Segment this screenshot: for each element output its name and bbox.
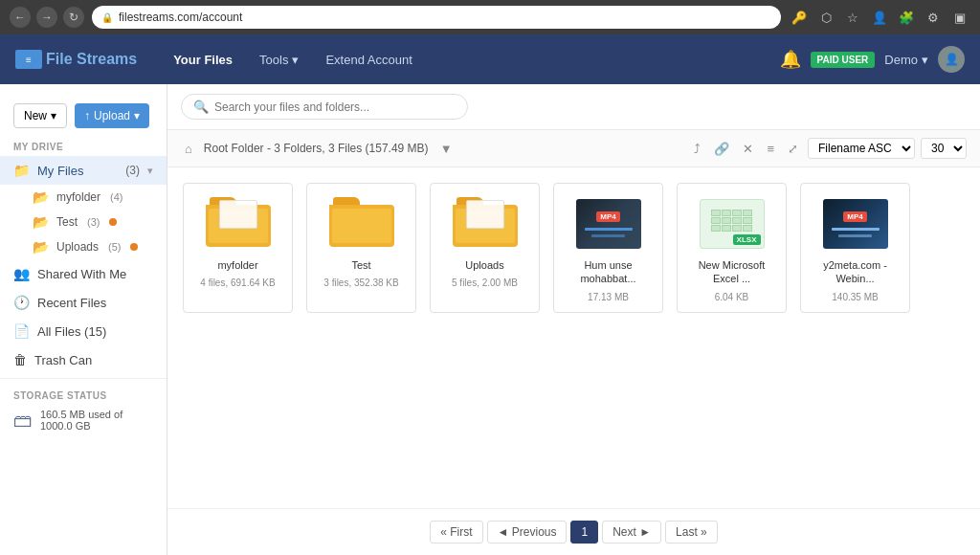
search-box: 🔍 — [181, 94, 468, 120]
file-size-excel: 6.04 KB — [715, 292, 749, 302]
all-files-icon: 📄 — [13, 323, 30, 339]
star-icon[interactable]: ☆ — [842, 7, 863, 28]
logo[interactable]: ≡ File Streams — [15, 50, 137, 69]
video-thumb-y2meta: MP4 — [822, 195, 889, 253]
file-size-uploads: 5 files, 2.00 MB — [452, 278, 518, 288]
logo-icon: ≡ — [15, 50, 42, 69]
file-name-myfolder: myfolder — [193, 258, 282, 272]
file-card-hum-unse[interactable]: MP4 Hum unse mohabbat... 17.13 MB — [553, 183, 663, 313]
refresh-button[interactable]: ↻ — [63, 7, 84, 28]
nav-extend-account[interactable]: Extend Account — [312, 34, 425, 84]
sidebar-item-recent[interactable]: 🕐 Recent Files — [0, 288, 167, 317]
nav-tools[interactable]: Tools ▾ — [246, 34, 312, 84]
sidebar-item-test[interactable]: 📂 Test (3) — [0, 210, 167, 234]
link-action-btn[interactable]: 🔗 — [710, 140, 733, 158]
uploads-count: (5) — [108, 241, 121, 253]
content-area: 🔍 ⌂ Root Folder - 3 Folders, 3 Files (15… — [167, 84, 980, 555]
demo-menu[interactable]: Demo ▾ — [884, 53, 928, 67]
sort-select[interactable]: Filename ASC — [808, 138, 915, 159]
profile-icon[interactable]: 👤 — [869, 7, 890, 28]
sidebar-item-my-files[interactable]: 📁 My Files (3) ▾ — [0, 156, 167, 185]
my-files-arrow: ▾ — [147, 165, 153, 177]
trash-label: Trash Can — [34, 353, 153, 367]
sidebar-item-trash-can[interactable]: 🗑 Trash Can — [0, 345, 167, 374]
close-action-btn[interactable]: ✕ — [739, 140, 757, 158]
current-page-button[interactable]: 1 — [570, 521, 598, 544]
address-bar[interactable]: 🔒 filestreams.com/account — [92, 6, 781, 29]
file-name-excel: New Microsoft Excel ... — [687, 258, 776, 286]
test-icon: 📂 — [33, 214, 49, 230]
logo-streams: Streams — [73, 51, 138, 67]
test-badge — [109, 218, 117, 226]
top-nav: ≡ File Streams Your Files Tools ▾ Extend… — [0, 34, 980, 84]
folder-thumb-test — [328, 195, 395, 253]
path-dropdown-button[interactable]: ▼ — [436, 140, 457, 158]
notification-bell[interactable]: 🔔 — [780, 49, 801, 70]
menu-action-btn[interactable]: ≡ — [763, 140, 778, 158]
url-text: filestreams.com/account — [119, 11, 242, 24]
upload-button[interactable]: ↑ Upload ▾ — [75, 103, 149, 128]
video-thumb-hum-unse: MP4 — [575, 195, 642, 253]
file-name-uploads: Uploads — [440, 258, 529, 272]
home-button[interactable]: ⌂ — [181, 140, 196, 158]
my-files-count: (3) — [125, 164, 140, 177]
sidebar-item-shared[interactable]: 👥 Shared With Me — [0, 259, 167, 288]
myfolder-icon: 📂 — [33, 189, 49, 205]
file-card-y2meta[interactable]: MP4 y2meta.com - Webin... 140.35 MB — [800, 183, 910, 313]
puzzle-icon[interactable]: 🧩 — [896, 7, 917, 28]
file-card-uploads[interactable]: Uploads 5 files, 2.00 MB — [430, 183, 540, 313]
shared-icon: 👥 — [13, 266, 30, 281]
shared-label: Shared With Me — [37, 267, 153, 281]
myfolder-count: (4) — [110, 191, 122, 203]
uploads-icon: 📂 — [33, 239, 49, 255]
folder-thumb-uploads — [452, 195, 519, 253]
avatar[interactable]: 👤 — [938, 46, 965, 73]
myfolder-label: myfolder — [56, 190, 100, 204]
prev-page-button[interactable]: ◄ Previous — [487, 521, 568, 544]
file-card-test[interactable]: Test 3 files, 352.38 KB — [306, 183, 416, 313]
browser-chrome: ← → ↻ 🔒 filestreams.com/account 🔑 ⬡ ☆ 👤 … — [0, 0, 980, 34]
file-card-excel[interactable]: XLSX New Microsoft Excel ... 6.04 KB — [677, 183, 787, 313]
storage-icon: 🗃 — [13, 410, 33, 432]
next-page-button[interactable]: Next ► — [602, 521, 661, 544]
first-page-button[interactable]: « First — [430, 521, 482, 544]
my-drive-label: MY DRIVE — [0, 136, 167, 156]
per-page-select[interactable]: 30 — [921, 138, 967, 159]
nav-links: Your Files Tools ▾ Extend Account — [160, 34, 779, 84]
file-card-myfolder[interactable]: myfolder 4 files, 691.64 KB — [183, 183, 293, 313]
test-count: (3) — [87, 216, 100, 228]
storage-text: 160.5 MB used of 1000.0 GB — [40, 409, 153, 432]
sidebar-item-all-files[interactable]: 📄 All Files (15) — [0, 317, 167, 345]
forward-button[interactable]: → — [36, 7, 57, 28]
path-bar-actions: ⤴ 🔗 ✕ ≡ ⤢ Filename ASC 30 — [690, 138, 967, 159]
window-icon[interactable]: ▣ — [949, 7, 970, 28]
sidebar-item-myfolder[interactable]: 📂 myfolder (4) — [0, 185, 167, 210]
logo-file: File — [46, 51, 73, 67]
main-layout: New ▾ ↑ Upload ▾ MY DRIVE 📁 My Files (3)… — [0, 84, 980, 555]
search-icon: 🔍 — [193, 100, 209, 114]
file-size-hum-unse: 17.13 MB — [588, 292, 629, 302]
path-text: Root Folder - 3 Folders, 3 Files (157.49… — [204, 142, 429, 155]
recent-icon: 🕐 — [13, 295, 30, 310]
browser-actions: 🔑 ⬡ ☆ 👤 🧩 ⚙ ▣ — [789, 7, 970, 28]
last-page-button[interactable]: Last » — [665, 521, 718, 544]
back-button[interactable]: ← — [10, 7, 31, 28]
nav-your-files[interactable]: Your Files — [160, 34, 246, 84]
tools-dropdown-icon: ▾ — [292, 53, 299, 67]
upload-icon: ↑ — [84, 109, 90, 122]
file-size-test: 3 files, 352.38 KB — [323, 278, 398, 288]
folder-thumb-myfolder — [205, 195, 272, 253]
expand-action-btn[interactable]: ⤢ — [784, 140, 802, 158]
share-icon[interactable]: ⬡ — [815, 7, 836, 28]
search-input[interactable] — [214, 100, 456, 114]
share-action-btn[interactable]: ⤴ — [690, 140, 704, 158]
new-dropdown-icon: ▾ — [51, 109, 56, 122]
my-files-label: My Files — [37, 164, 118, 178]
sidebar-item-uploads[interactable]: 📂 Uploads (5) — [0, 234, 167, 259]
storage-label: STORAGE STATUS — [13, 390, 153, 401]
storage-info: 🗃 160.5 MB used of 1000.0 GB — [13, 409, 153, 432]
key-icon[interactable]: 🔑 — [789, 7, 810, 28]
new-button[interactable]: New ▾ — [13, 103, 67, 128]
settings-icon[interactable]: ⚙ — [923, 7, 944, 28]
paid-user-badge: PAID USER — [811, 52, 876, 68]
